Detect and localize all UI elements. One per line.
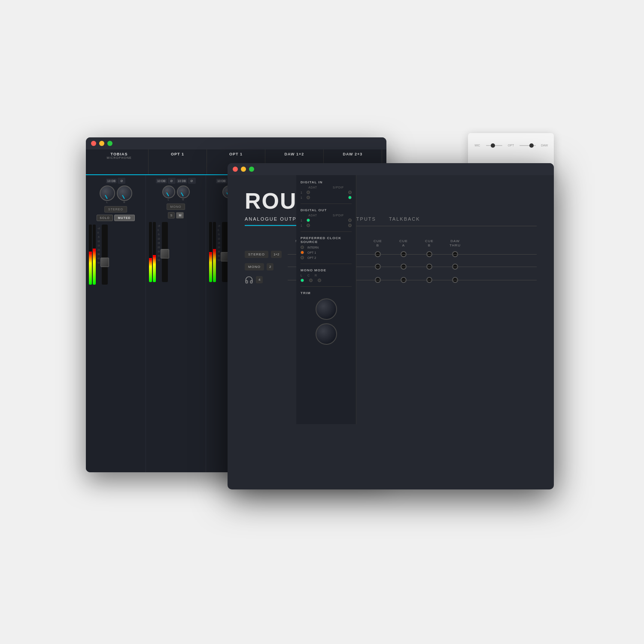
digital-out-spdif-header: S/PDIF — [333, 214, 344, 217]
scale3-8: +8 — [218, 225, 220, 227]
ch2-fader-thumb[interactable] — [161, 249, 169, 258]
ch2-phase[interactable]: ⊘ — [168, 178, 176, 184]
ch2-knob-r[interactable] — [177, 185, 190, 198]
ch2-knob-r-label: R — [182, 198, 184, 201]
channel-name-opt1b: OPT 1 — [229, 152, 243, 156]
ch1-solo-btn[interactable]: SOLO — [97, 215, 112, 221]
digital-in-headers: ADAT S/PDIF — [301, 186, 352, 189]
channel-name-opt1a: OPT 1 — [171, 152, 184, 156]
tab-talkback[interactable]: TALKBACK — [389, 216, 420, 226]
clock-opt1-label: OPT 1 — [307, 251, 322, 254]
scale2-20: 20 — [158, 246, 160, 249]
ch2-phase2[interactable]: ⊘ — [188, 178, 196, 184]
ch2-controls: 10 DB ⊘ 10 DB ⊘ — [156, 178, 196, 184]
scale3-50: 50 — [218, 259, 220, 261]
settings-slider[interactable] — [486, 145, 502, 146]
col-cue-a2-line1: CUE — [391, 239, 416, 243]
routing-minimize-dot[interactable] — [241, 167, 246, 172]
digital-in-num2: 1 — [301, 196, 304, 199]
clock-opt1-led[interactable] — [301, 251, 304, 254]
routing-tabs: ANALOGUE OUTPUTS DIGITAL OUTPUTS TALKBAC… — [245, 216, 537, 226]
scale-8: +8 — [97, 227, 100, 230]
settings-slider-2[interactable] — [519, 145, 536, 146]
stereo-number: 1+2 — [271, 251, 282, 258]
ch2-fader-track[interactable] — [162, 222, 168, 282]
scale2-8: +8 — [158, 225, 160, 227]
digital-out-adat2-led[interactable] — [307, 224, 310, 227]
trim-knob-2[interactable] — [316, 323, 337, 345]
matrix-row-mono: MONO 2 — [245, 263, 537, 270]
ch3-meter-l — [209, 222, 212, 282]
matrix-row-stereo: STEREO 1+2 — [245, 251, 537, 258]
mono-c-led[interactable] — [309, 279, 313, 282]
mono-mode-leds — [301, 279, 352, 282]
scale3-30: 30 — [218, 250, 220, 253]
digital-out-spdif1-led[interactable] — [348, 219, 352, 222]
trim-knob-1[interactable] — [316, 298, 337, 320]
ch1-fader-section: +8 0 -5 10 15 20 30 40 50 — [87, 225, 144, 470]
settings-label-mic: MIC — [472, 144, 483, 147]
digital-in-adat1-led[interactable] — [307, 191, 310, 194]
digital-out-spdif2-led[interactable] — [348, 224, 352, 227]
channel-name-daw12: DAW 1+2 — [285, 152, 304, 156]
headphone-icon — [245, 276, 253, 284]
clock-opt2-led[interactable] — [301, 256, 304, 259]
ch1-fader-track[interactable] — [102, 225, 108, 285]
ch2-buttons: S M — [168, 212, 184, 219]
ch3-fader-track[interactable] — [222, 222, 228, 282]
settings-label-daw: DAW — [539, 144, 550, 147]
divider2 — [301, 231, 352, 232]
mono-l-led[interactable] — [301, 279, 304, 282]
routing-maximize-dot[interactable] — [249, 167, 254, 172]
ch1-fader-thumb[interactable] — [100, 258, 109, 267]
digital-in-spdif-header: S/PDIF — [333, 186, 344, 189]
ch2-m-btn[interactable]: M — [176, 212, 184, 219]
scale3-40: 40 — [218, 255, 220, 257]
routing-title: ROUTING — [245, 188, 537, 214]
digital-out-title: DIGITAL OUT — [301, 208, 352, 212]
ch2-s-btn[interactable]: S — [168, 212, 175, 219]
ch1-phase[interactable]: ⊘ — [118, 178, 125, 184]
settings-label-opt: OPT — [506, 144, 516, 147]
ch1-knob-r[interactable] — [117, 185, 132, 201]
clock-intern-label: INTERN — [307, 246, 322, 249]
close-dot[interactable] — [91, 141, 96, 146]
scale3-20: 20 — [218, 246, 220, 249]
ch1-meter-r — [93, 225, 96, 285]
ch3-meter-r — [213, 222, 216, 282]
maximize-dot[interactable] — [107, 141, 112, 146]
digital-in-row1: 1 — [301, 191, 352, 194]
scale2-50: 50 — [158, 259, 160, 261]
minimize-dot[interactable] — [99, 141, 104, 146]
scale2-10: 10 — [158, 237, 160, 240]
digital-out-adat1-led[interactable] — [307, 219, 310, 222]
stereo-badge: STEREO — [245, 251, 268, 258]
clock-opt2-label: OPT 2 — [307, 256, 322, 259]
ch1-knob-l[interactable] — [100, 185, 115, 201]
ch2-knob-l[interactable] — [162, 185, 175, 198]
scale-10: 10 — [97, 240, 100, 243]
routing-close-dot[interactable] — [233, 167, 238, 172]
digital-in-spdif1-led[interactable] — [348, 191, 352, 194]
digital-in-adat2-led[interactable] — [307, 196, 310, 199]
mono-r-led[interactable] — [318, 279, 321, 282]
ch1-mute-btn[interactable]: MUTED — [114, 215, 135, 221]
col-cue-b2-line2: B — [416, 243, 442, 248]
scale-0: 0 — [97, 231, 100, 234]
mono-r-label: R — [315, 274, 317, 277]
clock-opt2: OPT 2 — [301, 256, 352, 259]
col-daw-line1: DAW — [442, 239, 468, 243]
mono-mode-row: L C R — [301, 274, 352, 277]
ch1-knob-r-label: R — [123, 201, 125, 204]
scale2-15: 15 — [158, 242, 160, 244]
clock-intern-led[interactable] — [301, 246, 304, 249]
digital-in-spdif2-led[interactable] — [348, 196, 352, 199]
scale-40: 40 — [97, 257, 100, 260]
divider1 — [301, 204, 352, 204]
routing-body: ROUTING ANALOGUE OUTPUTS DIGITAL OUTPUTS… — [228, 175, 554, 302]
ch2-knob-l-label: L — [168, 198, 169, 201]
channel-name-tobias: TOBIAS — [111, 152, 128, 156]
scene: MIC OPT DAW TOBIAS MICROPHONE OPT 1 — [86, 129, 558, 515]
ch1-meter-l — [89, 225, 92, 285]
clock-opt1: OPT 1 — [301, 251, 352, 254]
